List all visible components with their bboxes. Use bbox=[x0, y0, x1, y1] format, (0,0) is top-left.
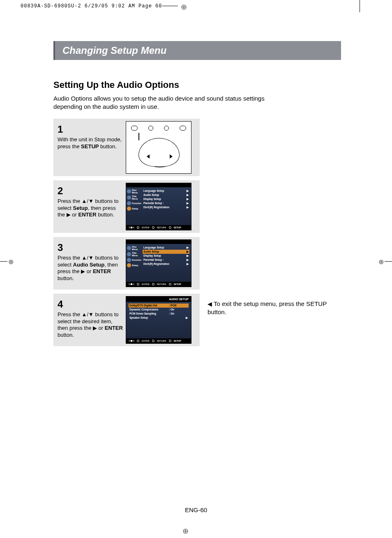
step-3: 3 Press the ▲/▼ buttons to select Audio … bbox=[53, 237, 200, 290]
step-body: button. bbox=[97, 212, 114, 218]
crop-register-icon: ⊕ bbox=[181, 2, 187, 11]
osd-sidebar: Disc Menu Title Menu Function Setup bbox=[126, 244, 141, 270]
crop-mark bbox=[360, 0, 360, 12]
left-arrow-icon: ◀ bbox=[208, 301, 212, 307]
step-body: button. bbox=[99, 143, 116, 149]
page-content: Changing Setup Menu Setting Up the Audio… bbox=[53, 41, 341, 350]
step-bold: Setup bbox=[73, 205, 88, 211]
osd-screenshot-audio-select: Disc Menu Title Menu Function Setup Lang… bbox=[126, 239, 191, 287]
osd-title: AUDIO SETUP bbox=[126, 297, 191, 302]
crop-header: 00839A-SD-6980SU-2 6/29/05 9:02 AM Page … bbox=[21, 3, 162, 9]
page-number: ENG-60 bbox=[0, 506, 392, 513]
crop-mark bbox=[385, 261, 392, 262]
step-4: 4 Press the ▲/▼ buttons to select the de… bbox=[53, 294, 200, 346]
crop-register-icon: ⊕ bbox=[378, 258, 384, 266]
step-bold: ENTER bbox=[78, 212, 96, 218]
osd-statusbar: ENTER RETURN SETUP bbox=[126, 338, 191, 343]
step-2: 2 Press the ▲/▼ buttons to select Setup,… bbox=[53, 180, 200, 233]
osd-menu: Language Setup▶ Audio Setup▶ Display Set… bbox=[141, 187, 191, 214]
step-body: button. bbox=[58, 332, 74, 338]
step-body: button. bbox=[58, 275, 74, 281]
section-title: Setting Up the Audio Options bbox=[53, 80, 341, 90]
title-bar-text: Changing Setup Menu bbox=[62, 45, 166, 56]
osd-menu: Language Setup▶ Audio Setup▶ Display Set… bbox=[141, 244, 191, 270]
step-bold: ENTER bbox=[93, 268, 111, 274]
step-text: 1 With the unit in Stop mode, press the … bbox=[56, 121, 126, 174]
step-bold: SETUP bbox=[81, 143, 99, 149]
step-number: 3 bbox=[58, 241, 123, 254]
step-text: 4 Press the ▲/▼ buttons to select the de… bbox=[56, 296, 126, 344]
step-number: 2 bbox=[58, 184, 123, 197]
crop-register-icon: ⊕ bbox=[182, 527, 189, 536]
osd-statusbar: ENTER RETURN SETUP bbox=[126, 282, 191, 287]
exit-note-text: To exit the setup menu, press the SETUP … bbox=[208, 300, 327, 315]
step-text: 3 Press the ▲/▼ buttons to select Audio … bbox=[56, 239, 126, 287]
title-bar: Changing Setup Menu bbox=[53, 41, 341, 60]
osd-screenshot-audio-setup: AUDIO SETUP Dolby/DTS Digital Out: PCM D… bbox=[126, 296, 191, 344]
step-bold: ENTER bbox=[105, 325, 123, 331]
step-bold: Audio Setup bbox=[73, 262, 105, 268]
remote-illustration bbox=[126, 121, 191, 174]
crop-register-icon: ⊕ bbox=[8, 258, 14, 266]
step-number: 1 bbox=[58, 123, 123, 136]
crop-mark bbox=[0, 261, 7, 262]
exit-note: ◀To exit the setup menu, press the SETUP… bbox=[208, 300, 339, 316]
section-intro: Audio Options allows you to setup the au… bbox=[53, 94, 275, 111]
crop-mark bbox=[162, 6, 178, 6]
osd-statusbar: ENTER RETURN SETUP bbox=[126, 225, 191, 230]
osd-sidebar: Disc Menu Title Menu Function Setup bbox=[126, 187, 141, 214]
step-number: 4 bbox=[58, 298, 123, 310]
step-text: 2 Press the ▲/▼ buttons to select Setup,… bbox=[56, 183, 126, 230]
osd-screenshot-setup: Disc Menu Title Menu Function Setup Lang… bbox=[126, 183, 191, 230]
step-1: 1 With the unit in Stop mode, press the … bbox=[53, 119, 200, 176]
